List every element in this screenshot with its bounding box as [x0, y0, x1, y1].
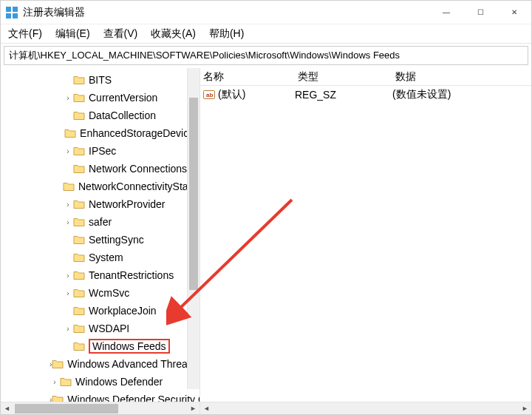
tree-item-label: WorkplaceJoin [89, 305, 157, 317]
menu-view[interactable]: 查看(V) [100, 26, 141, 42]
folder-icon [64, 128, 76, 138]
svg-rect-0 [6, 7, 11, 12]
folder-icon [73, 235, 85, 245]
tree-item[interactable]: ›Windows Defender [1, 373, 200, 391]
scroll-right-icon[interactable]: ► [187, 405, 200, 412]
column-header-name[interactable]: 名称 [203, 70, 298, 84]
folder-icon [73, 341, 85, 351]
menu-favorites[interactable]: 收藏夹(A) [148, 26, 199, 42]
svg-rect-3 [13, 13, 18, 18]
tree-item[interactable]: WorkplaceJoin [1, 302, 200, 320]
expander-icon[interactable]: › [63, 94, 73, 102]
minimize-button[interactable]: — [429, 1, 463, 24]
scrollbar-thumb[interactable] [15, 404, 118, 414]
tree-item[interactable]: ›IPSec [1, 142, 200, 160]
tree-item-label: Network Connections [89, 163, 187, 175]
folder-icon [73, 217, 85, 227]
tree-item[interactable]: Network Connections [1, 160, 200, 178]
scroll-left-icon[interactable]: ◄ [1, 405, 13, 412]
folder-icon [52, 394, 64, 402]
expander-icon[interactable]: › [50, 378, 60, 386]
tree-item-label: WcmSvc [89, 287, 129, 299]
tree-item[interactable]: ›TenantRestrictions [1, 266, 200, 284]
tree-item-label: IPSec [89, 145, 116, 157]
titlebar[interactable]: 注册表编辑器 — ☐ ✕ [1, 1, 531, 24]
registry-editor-window: 注册表编辑器 — ☐ ✕ 文件(F) 编辑(E) 查看(V) 收藏夹(A) 帮助… [0, 0, 532, 415]
folder-icon [73, 252, 85, 263]
close-button[interactable]: ✕ [497, 1, 531, 24]
tree-item-label: safer [89, 216, 112, 228]
tree-item[interactable]: SettingSync [1, 231, 200, 249]
value-data: (数值未设置) [392, 88, 531, 101]
value-name: (默认) [218, 88, 245, 101]
maximize-button[interactable]: ☐ [463, 1, 497, 24]
expander-icon[interactable]: › [63, 289, 73, 297]
folder-icon [73, 75, 85, 85]
value-type: REG_SZ [295, 89, 392, 101]
tree-item-label: Windows Advanced Threat Protection [67, 358, 200, 370]
expander-icon[interactable]: › [63, 271, 73, 280]
menu-file[interactable]: 文件(F) [5, 26, 45, 42]
tree-item-label: TenantRestrictions [89, 269, 174, 281]
tree-vertical-scrollbar[interactable] [187, 68, 200, 389]
tree-item-label: DataCollection [89, 109, 156, 121]
tree-item[interactable]: ›WcmSvc [1, 284, 200, 302]
tree-item[interactable]: ›CurrentVersion [1, 89, 200, 107]
titlebar-left: 注册表编辑器 [5, 6, 85, 19]
tree-item[interactable]: ›Windows Defender Security Center [1, 391, 200, 402]
tree-horizontal-scrollbar[interactable]: ◄ ► [1, 402, 200, 414]
value-pane: 名称 类型 数据 ab (默认) REG_SZ (数值未设置) ◄ ► [200, 68, 531, 414]
tree-item-label: System [89, 252, 123, 263]
column-header-data[interactable]: 数据 [395, 70, 531, 84]
tree-scroll[interactable]: BITS›CurrentVersionDataCollectionEnhance… [1, 68, 200, 402]
address-bar[interactable]: 计算机\HKEY_LOCAL_MACHINE\SOFTWARE\Policies… [4, 46, 528, 65]
tree-item[interactable]: ›NetworkProvider [1, 195, 200, 213]
scroll-left-icon[interactable]: ◄ [200, 405, 213, 412]
tree-item-label: Windows Defender [75, 376, 163, 388]
folder-icon [60, 377, 72, 387]
folder-icon [73, 199, 85, 209]
folder-icon [73, 306, 85, 316]
tree-item[interactable]: DataCollection [1, 107, 200, 124]
tree-item[interactable]: ›Windows Advanced Threat Protection [1, 355, 200, 373]
folder-icon [73, 92, 85, 103]
tree-item[interactable]: BITS [1, 71, 200, 89]
tree-item-label: EnhancedStorageDevices [80, 127, 200, 139]
tree-item-label: Windows Feeds [89, 339, 170, 354]
value-header: 名称 类型 数据 [200, 68, 531, 86]
tree-item-label: SettingSync [89, 234, 144, 246]
svg-text:ab: ab [206, 92, 213, 98]
scroll-right-icon[interactable]: ► [519, 405, 531, 412]
window-controls: — ☐ ✕ [429, 1, 531, 24]
tree-item[interactable]: ›safer [1, 213, 200, 231]
tree-item-label: WSDAPI [89, 323, 129, 334]
tree-item[interactable]: ›WSDAPI [1, 320, 200, 337]
expander-icon[interactable]: › [63, 218, 73, 226]
value-horizontal-scrollbar[interactable]: ◄ ► [200, 402, 531, 414]
tree-item[interactable]: System [1, 249, 200, 266]
folder-icon [73, 146, 85, 156]
column-header-type[interactable]: 类型 [298, 70, 395, 84]
scrollbar-thumb[interactable] [189, 98, 198, 290]
menu-help[interactable]: 帮助(H) [206, 26, 247, 42]
string-value-icon: ab [203, 89, 215, 101]
folder-icon [52, 359, 64, 369]
content-area: BITS›CurrentVersionDataCollectionEnhance… [1, 68, 531, 414]
svg-rect-1 [13, 7, 18, 12]
menu-edit[interactable]: 编辑(E) [52, 26, 93, 42]
folder-icon [73, 270, 85, 280]
tree-item[interactable]: Windows Feeds [1, 337, 200, 355]
tree-item[interactable]: EnhancedStorageDevices [1, 124, 200, 142]
folder-icon [73, 288, 85, 298]
folder-icon [73, 110, 85, 121]
expander-icon[interactable]: › [63, 147, 73, 155]
value-row[interactable]: ab (默认) REG_SZ (数值未设置) [200, 86, 531, 104]
tree-item-label: Windows Defender Security Center [67, 394, 200, 402]
expander-icon[interactable]: › [63, 200, 73, 209]
folder-icon [73, 163, 85, 174]
tree-item-label: BITS [89, 74, 112, 86]
folder-icon [73, 323, 85, 334]
tree-item-label: NetworkConnectivityStatus [78, 180, 200, 192]
expander-icon[interactable]: › [63, 325, 73, 333]
tree-item[interactable]: NetworkConnectivityStatus [1, 178, 200, 195]
